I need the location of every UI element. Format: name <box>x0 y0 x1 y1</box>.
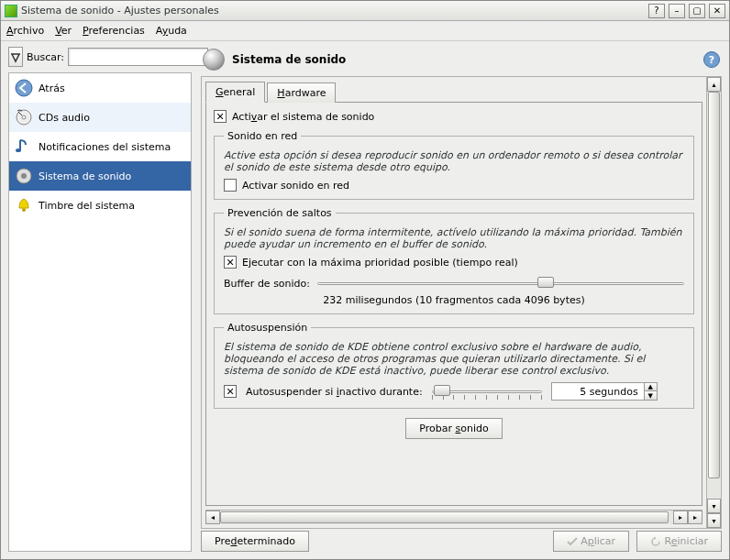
search-label: Buscar: <box>27 51 64 63</box>
horizontal-scrollbar[interactable]: ◂ ▸ ▸ <box>205 510 702 524</box>
sidebar-item-cds[interactable]: CDs audio <box>9 103 191 132</box>
sidebar-item-back[interactable]: Atrás <box>9 73 191 103</box>
vertical-scrollbar[interactable]: ▴ ▾ ▾ <box>706 77 721 528</box>
svg-point-5 <box>21 173 27 179</box>
autosuspend-label: Autosuspender si inactivo durante: <box>246 386 423 398</box>
netsound-checkbox[interactable] <box>224 179 237 192</box>
menu-ayuda[interactable]: Ayuda <box>156 25 187 37</box>
skip-legend: Prevención de saltos <box>224 207 336 219</box>
test-sound-button[interactable]: Probar sonido <box>405 418 502 439</box>
svg-point-2 <box>22 115 26 119</box>
app-icon <box>5 5 17 17</box>
autosuspend-legend: Autosuspensión <box>224 322 311 334</box>
scroll-left-button[interactable]: ◂ <box>205 511 220 524</box>
scroll-down-button-2[interactable]: ▾ <box>707 513 721 528</box>
netsound-group: Sonido en red Active esta opción si dese… <box>214 130 694 200</box>
buffer-label: Buffer de sonido: <box>224 278 310 290</box>
autosuspend-checkbox[interactable]: ✕ <box>224 385 237 398</box>
menu-preferencias[interactable]: Preferencias <box>83 25 145 37</box>
autosuspend-slider[interactable] <box>432 384 542 399</box>
svg-point-0 <box>16 80 32 96</box>
menubar: Archivo Ver Preferencias Ayuda <box>1 21 729 41</box>
menu-ver[interactable]: Ver <box>55 25 72 37</box>
check-icon <box>567 537 578 546</box>
speaker-icon <box>15 167 33 185</box>
buffer-info: 232 milisegundos (10 fragmentos cada 409… <box>224 294 684 306</box>
autosuspend-group: Autosuspensión El sistema de sonido de K… <box>214 322 694 409</box>
clear-search-button[interactable] <box>8 47 23 67</box>
netsound-checkbox-label: Activar sonido en red <box>242 180 349 192</box>
maximize-button[interactable]: ▢ <box>689 4 705 18</box>
spin-down-button[interactable]: ▼ <box>644 391 657 400</box>
autosuspend-desc: El sistema de sonido de KDE obtiene cont… <box>224 341 684 377</box>
sidebar-item-label: Sistema de sonido <box>39 170 131 182</box>
close-button[interactable]: ✕ <box>709 4 725 18</box>
module-icon <box>203 49 225 71</box>
bell-icon <box>15 196 33 214</box>
settings-window: Sistema de sonido - Ajustes personales ?… <box>0 0 730 560</box>
window-title: Sistema de sonido - Ajustes personales <box>21 5 648 16</box>
note-icon <box>15 137 33 156</box>
reset-button[interactable]: Reiniciar <box>636 531 722 552</box>
autosuspend-value[interactable] <box>552 383 644 400</box>
sidebar-item-notifications[interactable]: Notificaciones del sistema <box>9 132 191 161</box>
tab-hardware[interactable]: Hardware <box>267 82 336 103</box>
netsound-legend: Sonido en red <box>224 130 301 142</box>
clear-icon <box>9 50 22 63</box>
realtime-label: Ejecutar con la máxima prioridad posible… <box>242 257 518 269</box>
module-title: Sistema de sonido <box>232 53 346 66</box>
svg-point-6 <box>22 208 26 212</box>
sidebar-item-bell[interactable]: Timbre del sistema <box>9 191 191 220</box>
buffer-slider[interactable] <box>317 276 684 291</box>
help-button[interactable]: ? <box>703 51 720 68</box>
scroll-right-button-2[interactable]: ▸ <box>688 511 702 524</box>
enable-sound-checkbox[interactable]: ✕ <box>214 110 227 123</box>
skip-desc: Si el sonido suena de forma intermitente… <box>224 226 684 250</box>
titlebar: Sistema de sonido - Ajustes personales ?… <box>1 1 729 21</box>
back-icon <box>15 79 33 97</box>
sidebar-item-label: Timbre del sistema <box>39 200 135 212</box>
sidebar-item-sound-system[interactable]: Sistema de sonido <box>9 161 191 191</box>
netsound-desc: Active esta opción si desea reproducir s… <box>224 149 684 173</box>
apply-button[interactable]: Aplicar <box>553 531 629 552</box>
sidebar-item-label: Atrás <box>39 82 65 94</box>
scroll-right-button[interactable]: ▸ <box>673 511 688 524</box>
skip-group: Prevención de saltos Si el sonido suena … <box>214 207 694 314</box>
menu-archivo[interactable]: Archivo <box>6 25 44 37</box>
spin-up-button[interactable]: ▲ <box>644 383 657 391</box>
scroll-down-button[interactable]: ▾ <box>707 499 721 513</box>
scroll-up-button[interactable]: ▴ <box>707 77 721 92</box>
defaults-button[interactable]: Predeterminado <box>201 531 309 552</box>
tab-panel-general: ✕ Activar el sistema de sonido Sonido en… <box>205 102 702 506</box>
autosuspend-spinbox[interactable]: ▲ ▼ <box>551 382 658 401</box>
svg-point-3 <box>16 148 21 152</box>
cd-icon <box>15 108 33 126</box>
realtime-checkbox[interactable]: ✕ <box>224 256 237 269</box>
search-input[interactable] <box>68 48 208 66</box>
undo-icon <box>650 537 661 546</box>
sidebar: Atrás CDs audio Notificaciones del siste… <box>8 72 192 552</box>
tab-general[interactable]: General <box>205 82 265 103</box>
minimize-button[interactable]: – <box>669 4 685 18</box>
sidebar-item-label: Notificaciones del sistema <box>39 141 171 153</box>
sidebar-item-label: CDs audio <box>39 112 90 124</box>
enable-sound-label: Activar el sistema de sonido <box>232 111 374 123</box>
help-titlebar-button[interactable]: ? <box>648 4 665 18</box>
